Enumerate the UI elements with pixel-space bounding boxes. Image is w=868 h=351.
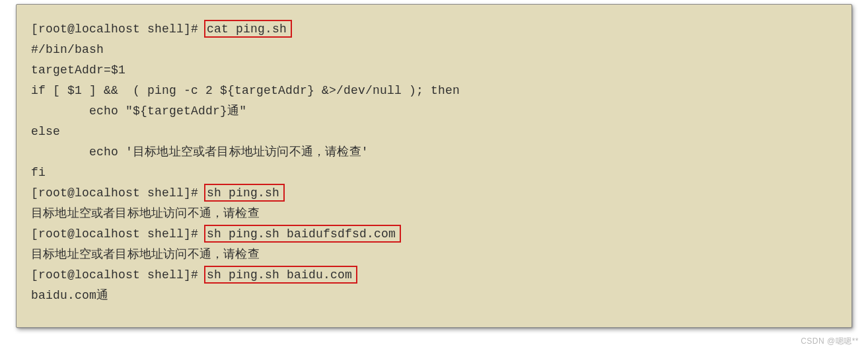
- terminal-line: if [ $1 ] && ( ping -c 2 ${targetAddr} &…: [31, 81, 837, 101]
- command-sh-noarg: sh ping.sh: [204, 184, 285, 202]
- terminal-line: fi: [31, 163, 837, 183]
- command-sh-badhost: sh ping.sh baidufsdfsd.com: [204, 225, 401, 243]
- terminal-line: [root@localhost shell]# sh ping.sh baidu…: [31, 265, 837, 286]
- terminal-line: #/bin/bash: [31, 40, 837, 60]
- terminal-line: echo "${targetAddr}通": [31, 101, 837, 122]
- terminal-line: else: [31, 122, 837, 142]
- terminal-line: targetAddr=$1: [31, 60, 837, 81]
- terminal-window[interactable]: [root@localhost shell]# cat ping.sh #/bi…: [16, 4, 852, 328]
- shell-prompt: [root@localhost shell]#: [31, 227, 198, 241]
- watermark-text: CSDN @嗯嗯**: [801, 336, 859, 347]
- command-cat: cat ping.sh: [204, 20, 292, 38]
- terminal-line: 目标地址空或者目标地址访问不通，请检查: [31, 204, 837, 224]
- terminal-line: 目标地址空或者目标地址访问不通，请检查: [31, 245, 837, 265]
- terminal-line: [root@localhost shell]# cat ping.sh: [31, 19, 837, 40]
- shell-prompt: [root@localhost shell]#: [31, 22, 198, 36]
- terminal-line: echo '目标地址空或者目标地址访问不通，请检查': [31, 142, 837, 163]
- command-sh-baidu: sh ping.sh baidu.com: [204, 266, 357, 284]
- terminal-line: baidu.com通: [31, 286, 837, 306]
- shell-prompt: [root@localhost shell]#: [31, 186, 198, 200]
- terminal-line: [root@localhost shell]# sh ping.sh baidu…: [31, 224, 837, 245]
- terminal-line: [root@localhost shell]# sh ping.sh: [31, 183, 837, 204]
- shell-prompt: [root@localhost shell]#: [31, 268, 198, 282]
